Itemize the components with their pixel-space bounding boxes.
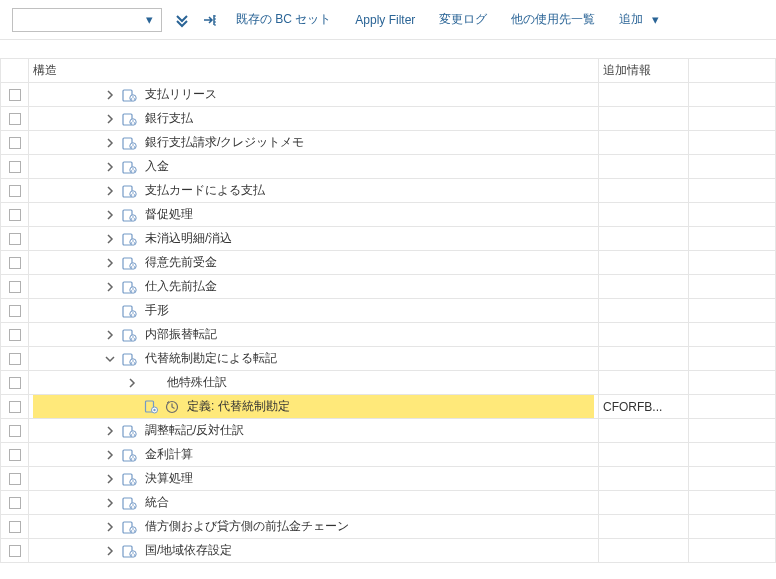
row-extra-cell	[599, 131, 689, 155]
row-checkbox[interactable]	[9, 401, 21, 413]
table-row[interactable]: 借方側および貸方側の前払金チェーン	[1, 515, 776, 539]
row-label[interactable]: 金利計算	[141, 446, 193, 463]
row-checkbox[interactable]	[9, 281, 21, 293]
row-label[interactable]: 内部振替転記	[141, 326, 217, 343]
table-row[interactable]: 金利計算	[1, 443, 776, 467]
row-label[interactable]: 借方側および貸方側の前払金チェーン	[141, 518, 349, 535]
chevron-right-icon[interactable]	[103, 136, 117, 150]
chevron-down-icon[interactable]	[103, 352, 117, 366]
col-header-struct[interactable]: 構造	[29, 59, 599, 83]
apply-filter-button[interactable]: Apply Filter	[349, 11, 421, 29]
table-row[interactable]: 内部振替転記	[1, 323, 776, 347]
chevron-right-icon[interactable]	[103, 112, 117, 126]
chevron-right-icon[interactable]	[103, 184, 117, 198]
row-checkbox[interactable]	[9, 377, 21, 389]
svg-point-12	[132, 144, 134, 146]
table-row[interactable]: 他特殊仕訳	[1, 371, 776, 395]
row-checkbox[interactable]	[9, 449, 21, 461]
row-checkbox[interactable]	[9, 473, 21, 485]
row-checkbox[interactable]	[9, 185, 21, 197]
table-row[interactable]: 支払リリース	[1, 83, 776, 107]
row-checkbox[interactable]	[9, 137, 21, 149]
row-label[interactable]: 統合	[141, 494, 169, 511]
insert-icon[interactable]	[202, 12, 218, 28]
toolbar-combo[interactable]: ▾	[12, 8, 162, 32]
row-checkbox[interactable]	[9, 545, 21, 557]
row-checkbox[interactable]	[9, 353, 21, 365]
table-row[interactable]: 調整転記/反対仕訳	[1, 419, 776, 443]
table-row[interactable]: 入金	[1, 155, 776, 179]
row-checkbox[interactable]	[9, 113, 21, 125]
chevron-right-icon[interactable]	[103, 88, 117, 102]
row-checkbox[interactable]	[9, 497, 21, 509]
row-checkbox[interactable]	[9, 89, 21, 101]
table-row[interactable]: 督促処理	[1, 203, 776, 227]
col-header-extra[interactable]: 追加情報	[599, 59, 689, 83]
svg-point-23	[131, 194, 133, 196]
row-checkbox[interactable]	[9, 329, 21, 341]
other-where-used-button[interactable]: 他の使用先一覧	[505, 9, 601, 30]
table-row[interactable]: 統合	[1, 491, 776, 515]
chevron-down-icon: ▾	[141, 12, 157, 28]
table-row[interactable]: 未消込明細/消込	[1, 227, 776, 251]
chevron-right-icon[interactable]	[103, 256, 117, 270]
row-checkbox[interactable]	[9, 257, 21, 269]
chevron-right-icon[interactable]	[103, 328, 117, 342]
add-button[interactable]: 追加 ▾	[613, 9, 669, 30]
row-label[interactable]: 得意先前受金	[141, 254, 217, 271]
expand-all-icon[interactable]	[174, 12, 190, 28]
row-tail-cell	[689, 491, 776, 515]
table-row[interactable]: 定義: 代替統制勘定CFORFB...	[1, 395, 776, 419]
table-row[interactable]: 得意先前受金	[1, 251, 776, 275]
table-row[interactable]: 代替統制勘定による転記	[1, 347, 776, 371]
chevron-right-icon[interactable]	[103, 544, 117, 558]
change-log-button[interactable]: 変更ログ	[433, 9, 493, 30]
row-label[interactable]: 支払リリース	[141, 86, 217, 103]
table-row[interactable]: 銀行支払請求/クレジットメモ	[1, 131, 776, 155]
chevron-right-icon[interactable]	[103, 232, 117, 246]
chevron-right-icon[interactable]	[103, 448, 117, 462]
chevron-right-icon[interactable]	[103, 496, 117, 510]
svg-point-18	[131, 170, 133, 172]
svg-point-85	[130, 526, 136, 532]
chevron-right-icon[interactable]	[103, 208, 117, 222]
svg-point-33	[131, 242, 133, 244]
chevron-right-icon[interactable]	[125, 376, 139, 390]
table-row[interactable]: 決算処理	[1, 467, 776, 491]
node-icon	[121, 87, 137, 103]
row-checkbox-cell	[1, 251, 29, 275]
row-label[interactable]: 銀行支払	[141, 110, 193, 127]
bc-set-button[interactable]: 既存の BC セット	[230, 9, 337, 30]
table-row[interactable]: 国/地域依存設定	[1, 539, 776, 563]
row-label[interactable]: 調整転記/反対仕訳	[141, 422, 244, 439]
row-label[interactable]: 入金	[141, 158, 169, 175]
row-checkbox[interactable]	[9, 305, 21, 317]
chevron-right-icon[interactable]	[103, 160, 117, 174]
table-row[interactable]: 仕入先前払金	[1, 275, 776, 299]
chevron-right-icon[interactable]	[103, 472, 117, 486]
row-label[interactable]: 他特殊仕訳	[163, 374, 227, 391]
table-row[interactable]: 支払カードによる支払	[1, 179, 776, 203]
row-label[interactable]: 仕入先前払金	[141, 278, 217, 295]
row-label[interactable]: 手形	[141, 302, 169, 319]
row-label[interactable]: 銀行支払請求/クレジットメモ	[141, 134, 304, 151]
row-label[interactable]: 定義: 代替統制勘定	[183, 398, 290, 415]
row-checkbox[interactable]	[9, 425, 21, 437]
row-checkbox[interactable]	[9, 209, 21, 221]
row-checkbox[interactable]	[9, 233, 21, 245]
chevron-right-icon[interactable]	[103, 424, 117, 438]
row-label[interactable]: 未消込明細/消込	[141, 230, 232, 247]
chevron-right-icon[interactable]	[103, 280, 117, 294]
svg-point-76	[132, 480, 134, 482]
table-row[interactable]: 銀行支払	[1, 107, 776, 131]
chevron-right-icon[interactable]	[103, 520, 117, 534]
table-row[interactable]: 手形	[1, 299, 776, 323]
row-label[interactable]: 支払カードによる支払	[141, 182, 265, 199]
row-checkbox[interactable]	[9, 161, 21, 173]
row-label[interactable]: 代替統制勘定による転記	[141, 350, 277, 367]
row-label[interactable]: 決算処理	[141, 470, 193, 487]
row-checkbox[interactable]	[9, 521, 21, 533]
svg-point-92	[131, 554, 133, 556]
row-label[interactable]: 国/地域依存設定	[141, 542, 232, 559]
row-label[interactable]: 督促処理	[141, 206, 193, 223]
